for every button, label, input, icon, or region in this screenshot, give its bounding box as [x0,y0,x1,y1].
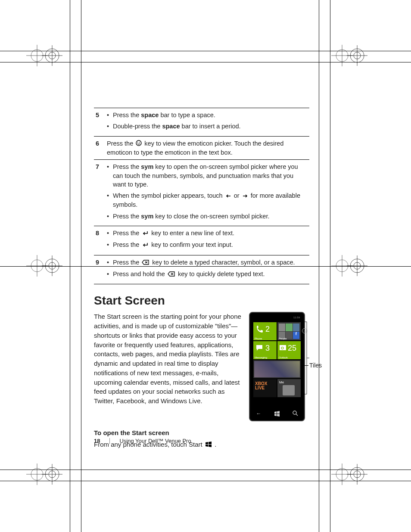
phone-illustration: 11:59 2 Phone f People [249,312,309,421]
arrow-right-icon [242,192,248,200]
step-body: Press the sym key to open the on-screen … [105,160,309,226]
table-row: 5 Press the space bar to type a space. D… [94,108,309,137]
step-number: 5 [94,108,105,137]
step-body: Press the key to delete a typed characte… [105,255,309,284]
svg-point-50 [140,142,140,143]
table-row: 9 Press the key to delete a typed charac… [94,255,309,284]
registration-mark-icon [329,32,377,79]
table-row: 6 Press the key to view the emoticon pic… [94,136,309,160]
registration-mark-icon [24,32,72,79]
svg-line-54 [296,414,298,416]
svg-text:O: O [281,346,284,350]
tiles-callout: Tiles [309,362,322,369]
step-number: 7 [94,160,105,226]
tile-messaging: 3 Messaging [253,341,277,359]
registration-mark-icon [24,242,72,289]
backspace-key-icon [142,258,149,267]
step-number: 6 [94,136,105,160]
registration-mark-icon [329,451,377,498]
page-footer: 18 Using Your Dell™ Venue Pro [94,438,191,444]
registration-mark-icon [329,242,377,289]
emoticon-key-icon [136,140,142,148]
tile-outlook: O 25 Outlook [277,341,301,359]
footer-section: Using Your Dell™ Venue Pro [119,438,191,444]
page-content: 5 Press the space bar to type a space. D… [94,108,309,450]
phone-time: 11:59 [293,316,300,319]
enter-key-icon [142,229,149,238]
enter-key-icon [142,241,149,249]
registration-mark-icon [24,451,72,498]
step-number: 9 [94,255,105,284]
backspace-key-icon [168,270,175,279]
step-body: Press the key to view the emoticon picke… [105,136,309,160]
instructions-table: 5 Press the space bar to type a space. D… [94,108,309,284]
arrow-left-icon [225,192,231,200]
tile-people: f People [277,322,301,340]
svg-point-53 [293,411,296,414]
table-row: 7 Press the sym key to open the on-scree… [94,160,309,226]
search-icon [293,411,298,418]
callout-bracket-icon [303,321,309,395]
tile-me: Me [277,379,301,397]
tile-pictures [253,360,301,378]
page-number: 18 [94,438,100,444]
section-body: The Start screen is the starting point f… [94,312,241,421]
svg-point-48 [136,140,141,146]
tile-xbox: XBOX LIVE [253,379,277,397]
tile-phone: 2 Phone [253,322,277,340]
back-icon: ← [256,411,262,418]
subsection-title: To open the Start screen [94,429,309,436]
table-row: 8 Press the key to enter a new line of t… [94,226,309,255]
footer-divider [109,438,110,444]
windows-start-icon [205,440,212,450]
windows-icon [274,411,280,418]
svg-point-49 [137,142,138,143]
step-body: Press the key to enter a new line of tex… [105,226,309,255]
section-title: Start Screen [94,294,309,308]
step-body: Press the space bar to type a space. Dou… [105,108,309,137]
step-number: 8 [94,226,105,255]
